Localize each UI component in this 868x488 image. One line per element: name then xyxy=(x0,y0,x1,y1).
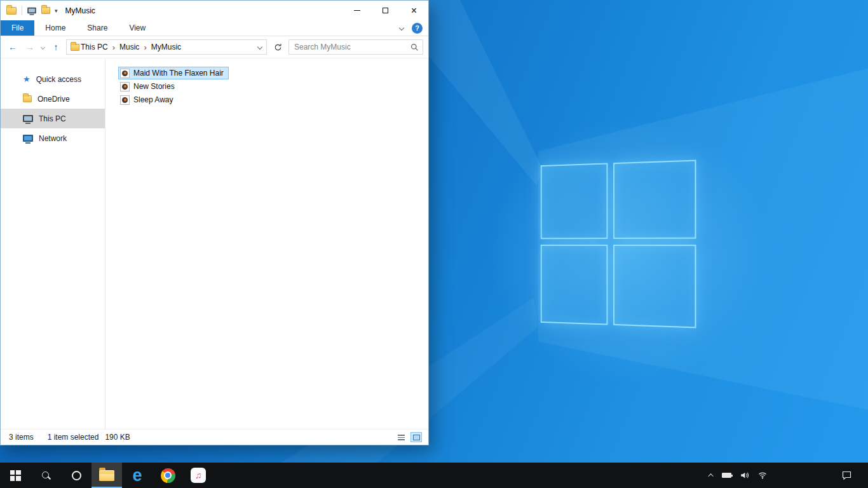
file-name: Sleep Away xyxy=(133,95,173,104)
tab-view[interactable]: View xyxy=(118,20,156,36)
status-selection-size: 190 KB xyxy=(105,433,130,442)
forward-button[interactable]: → xyxy=(23,42,37,52)
music-file-icon xyxy=(120,95,130,105)
speaker-icon xyxy=(740,471,749,480)
network-indicator[interactable] xyxy=(757,471,768,480)
wifi-icon xyxy=(757,471,768,480)
windows-logo xyxy=(541,160,696,329)
taskbar-edge-button[interactable]: e xyxy=(122,463,153,488)
action-center-icon xyxy=(841,470,852,480)
tab-share[interactable]: Share xyxy=(76,20,118,36)
battery-icon xyxy=(722,473,731,478)
minimize-icon xyxy=(354,10,360,11)
windows-start-icon xyxy=(10,470,21,481)
details-view-icon xyxy=(398,435,405,440)
window-body: ★ Quick access OneDrive This PC Network xyxy=(1,59,428,429)
breadcrumb-mymusic[interactable]: MyMusic xyxy=(150,43,182,51)
breadcrumb-music[interactable]: Music xyxy=(118,43,140,51)
close-icon: × xyxy=(411,6,417,16)
sidebar-item-label: Network xyxy=(39,134,67,143)
help-button[interactable]: ? xyxy=(412,23,423,34)
recent-locations-chevron-icon[interactable] xyxy=(41,44,45,49)
volume-indicator[interactable] xyxy=(740,471,749,480)
itunes-icon: ♫ xyxy=(191,468,206,483)
file-row[interactable]: Maid With The Flaxen Hair xyxy=(118,67,229,79)
new-folder-icon[interactable] xyxy=(41,7,50,14)
ribbon-right-controls: ? xyxy=(400,20,428,36)
address-dropdown-chevron-icon[interactable] xyxy=(254,45,266,49)
file-list[interactable]: Maid With The Flaxen Hair New Stories Sl… xyxy=(105,59,428,429)
address-bar[interactable]: This PC › Music › MyMusic xyxy=(66,39,267,55)
windows-logo-pane xyxy=(541,245,608,325)
system-tray xyxy=(710,463,768,488)
properties-icon[interactable] xyxy=(27,8,36,13)
status-selection: 1 item selected xyxy=(48,433,99,442)
explorer-app-icon xyxy=(6,7,17,15)
windows-logo-pane xyxy=(541,163,608,239)
sidebar-item-label: Quick access xyxy=(36,75,81,84)
close-button[interactable]: × xyxy=(400,1,428,20)
taskbar-search-button[interactable] xyxy=(31,463,61,488)
separator xyxy=(22,6,22,15)
customize-toolbar-chevron-icon[interactable]: ▾ xyxy=(55,8,58,14)
music-file-icon xyxy=(120,82,130,92)
refresh-icon xyxy=(274,43,282,51)
desktop: ▾ MyMusic × File Home Share View ? ← → xyxy=(0,0,868,488)
thumbnails-view-button[interactable] xyxy=(410,432,422,442)
cortana-icon xyxy=(72,471,81,480)
breadcrumb-this-pc[interactable]: This PC xyxy=(79,43,109,51)
details-view-button[interactable] xyxy=(395,432,407,442)
ribbon-tabs: File Home Share View ? xyxy=(1,20,428,36)
star-icon: ★ xyxy=(23,75,31,83)
taskbar: e ♫ xyxy=(0,463,868,488)
address-folder-icon xyxy=(71,44,79,51)
computer-icon xyxy=(23,115,33,122)
refresh-button[interactable] xyxy=(270,39,285,55)
back-button[interactable]: ← xyxy=(6,42,20,52)
title-bar[interactable]: ▾ MyMusic × xyxy=(1,1,428,20)
file-name: New Stories xyxy=(133,82,175,91)
taskbar-itunes-button[interactable]: ♫ xyxy=(183,463,214,488)
minimize-button[interactable] xyxy=(342,1,371,20)
caption-buttons: × xyxy=(342,1,428,20)
view-switcher xyxy=(395,432,422,442)
taskbar-chrome-button[interactable] xyxy=(153,463,183,488)
search-box[interactable] xyxy=(288,39,423,55)
network-icon xyxy=(23,135,33,142)
battery-indicator[interactable] xyxy=(722,473,731,478)
tab-file[interactable]: File xyxy=(1,20,34,36)
breadcrumb-separator-icon[interactable]: › xyxy=(109,43,118,52)
sidebar-item-label: This PC xyxy=(39,114,66,123)
search-icon xyxy=(410,43,419,51)
sidebar-item-onedrive[interactable]: OneDrive xyxy=(1,89,105,109)
status-bar: 3 items 1 item selected 190 KB xyxy=(1,429,428,445)
sidebar-item-this-pc[interactable]: This PC xyxy=(1,109,105,128)
status-item-count: 3 items xyxy=(9,433,34,442)
music-file-icon xyxy=(120,69,130,78)
sidebar-item-network[interactable]: Network xyxy=(1,128,105,148)
maximize-button[interactable] xyxy=(371,1,400,20)
tab-home[interactable]: Home xyxy=(34,20,76,36)
file-row[interactable]: New Stories xyxy=(118,80,180,93)
search-icon xyxy=(42,471,50,480)
search-input[interactable] xyxy=(289,40,423,54)
chevron-up-icon xyxy=(708,473,713,478)
address-toolbar: ← → ↑ This PC › Music › MyMusic xyxy=(1,36,428,58)
file-row[interactable]: Sleep Away xyxy=(118,93,179,106)
cortana-button[interactable] xyxy=(61,463,92,488)
start-button[interactable] xyxy=(0,463,31,488)
tray-expand-button[interactable] xyxy=(710,473,714,477)
file-explorer-window: ▾ MyMusic × File Home Share View ? ← → xyxy=(0,0,429,445)
maximize-icon xyxy=(383,8,388,13)
onedrive-folder-icon xyxy=(23,95,32,102)
collapse-ribbon-chevron-icon[interactable] xyxy=(399,25,404,30)
taskbar-file-explorer-button[interactable] xyxy=(92,463,122,488)
action-center-button[interactable] xyxy=(832,463,860,488)
navigation-pane: ★ Quick access OneDrive This PC Network xyxy=(1,59,105,429)
sidebar-item-quick-access[interactable]: ★ Quick access xyxy=(1,69,105,89)
file-explorer-icon xyxy=(99,470,114,481)
breadcrumb-separator-icon[interactable]: › xyxy=(140,43,149,52)
sidebar-item-label: OneDrive xyxy=(37,95,70,104)
quick-access-toolbar: ▾ xyxy=(22,6,58,15)
up-button[interactable]: ↑ xyxy=(49,42,63,52)
